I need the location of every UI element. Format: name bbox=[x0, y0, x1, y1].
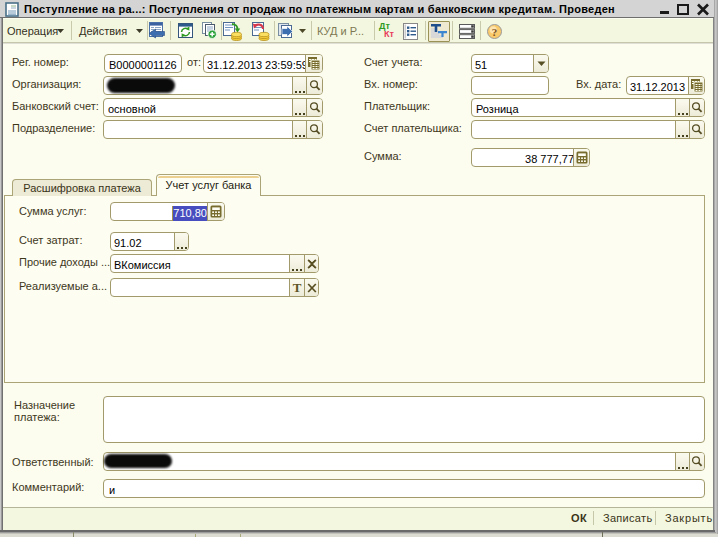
svg-text:?: ? bbox=[492, 26, 498, 38]
